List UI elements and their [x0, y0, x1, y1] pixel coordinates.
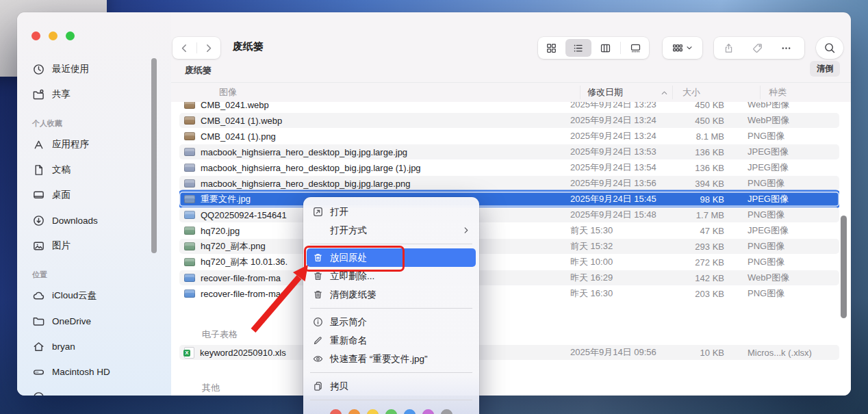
file-name: macbook_highsierra_hero_desktop_big.jpg.… — [201, 147, 407, 157]
tag-color-dot[interactable] — [404, 409, 416, 414]
folder-icon — [32, 315, 45, 328]
trash-section-title: 废纸篓 — [185, 64, 212, 77]
view-switcher — [538, 37, 649, 59]
column-header-date[interactable]: 修改日期 — [587, 86, 623, 99]
column-header-size[interactable]: 大小 — [682, 86, 700, 99]
menu-item-显示简介[interactable]: 显示简介 — [307, 313, 476, 331]
icon-view-button[interactable] — [539, 39, 564, 57]
menu-item-快速查看 “重要文件.jpg”[interactable]: 快速查看 “重要文件.jpg” — [307, 350, 476, 368]
sidebar-item-label: 共享 — [52, 88, 71, 101]
menu-separator — [310, 308, 472, 309]
gallery-view-button[interactable] — [623, 39, 648, 57]
table-row[interactable]: CMB_0241 (1).webp2025年9月24日 13:24450 KBW… — [179, 113, 839, 128]
tag-color-dot[interactable] — [385, 409, 397, 414]
menu-item-打开方式[interactable]: 打开方式 — [307, 221, 476, 240]
column-view-button[interactable] — [593, 39, 618, 57]
sidebar-item-共享[interactable]: 共享 — [25, 84, 160, 105]
table-row[interactable]: macbook_highsierra_hero_desktop_big.jpg.… — [179, 160, 839, 175]
table-row[interactable]: 重要文件.jpg2025年9月24日 15:4598 KBJPEG图像 — [179, 192, 839, 207]
share-button[interactable] — [714, 37, 743, 59]
close-button[interactable] — [31, 31, 40, 40]
tag-color-dot[interactable] — [441, 409, 452, 414]
annotation-red-box — [304, 246, 405, 272]
sidebar-item-bryan[interactable]: bryan — [25, 336, 160, 357]
list-scrollbar[interactable] — [841, 216, 847, 318]
table-row[interactable]: hq720.jpg前天 15:3047 KBJPEG图像 — [179, 223, 839, 238]
sidebar-item-OneDrive[interactable]: OneDrive — [25, 311, 160, 331]
minimize-button[interactable] — [49, 31, 58, 40]
column-view-icon — [600, 42, 611, 54]
annotation-red-arrow — [240, 250, 318, 339]
pictures-icon — [32, 240, 45, 253]
sidebar-scrollbar[interactable] — [151, 58, 157, 253]
sidebar-item-partial[interactable] — [25, 387, 160, 396]
group-header: 电子表格 — [202, 328, 238, 341]
chevron-left-icon — [179, 42, 190, 54]
table-row[interactable]: CMB_0241 (1).png2025年9月24日 13:248.1 MBPN… — [179, 129, 839, 144]
sidebar-item-label: 应用程序 — [52, 138, 89, 151]
file-date: 昨天 16:30 — [570, 287, 613, 300]
tag-color-dot[interactable] — [422, 409, 434, 414]
image-file-icon — [184, 116, 195, 125]
file-list: CMB_0241.webp2025年9月24日 13:23450 KBWebP图… — [179, 102, 839, 396]
sidebar-item-图片[interactable]: 图片 — [25, 235, 160, 256]
back-button[interactable] — [173, 37, 196, 59]
empty-trash-button[interactable]: 清倒 — [810, 61, 840, 77]
sidebar-item-Downloads[interactable]: Downloads — [25, 210, 160, 231]
sidebar-item-iCloud云盘[interactable]: iCloud云盘 — [25, 285, 160, 306]
excel-file-icon — [184, 347, 194, 359]
group-by-button[interactable] — [663, 37, 702, 59]
menu-item-清倒废纸篓[interactable]: 清倒废纸篓 — [307, 285, 476, 304]
menu-item-打开[interactable]: 打开 — [307, 203, 476, 221]
sidebar-item-label: iCloud云盘 — [52, 289, 97, 302]
tag-button[interactable] — [743, 37, 771, 59]
sidebar-item-文稿[interactable]: 文稿 — [25, 159, 160, 180]
file-kind: WebP图像 — [748, 114, 789, 127]
tag-color-dot[interactable] — [348, 409, 360, 414]
file-kind: JPEG图像 — [748, 146, 789, 158]
globe-icon — [32, 391, 45, 396]
table-row[interactable]: QQ20250924-1546412025年9月24日 15:481.7 MBP… — [179, 207, 839, 222]
column-header-name[interactable]: 图像 — [219, 86, 237, 99]
file-size: 450 KB — [617, 116, 724, 126]
menu-item-label: 打开方式 — [330, 224, 367, 237]
tag-color-dot[interactable] — [330, 409, 342, 414]
menu-item-重新命名[interactable]: 重新命名 — [307, 331, 476, 350]
image-file-icon — [184, 102, 195, 109]
file-kind: Micros...k (.xlsx) — [748, 348, 812, 358]
file-name: CMB_0241.webp — [201, 102, 269, 110]
sidebar-section-header: 位置 — [25, 270, 160, 280]
tag-color-row — [303, 404, 479, 414]
sidebar-section-header: 个人收藏 — [25, 118, 160, 129]
sidebar-item-Macintosh HD[interactable]: Macintosh HD — [25, 361, 160, 382]
file-kind: PNG图像 — [748, 177, 784, 190]
search-button[interactable] — [816, 37, 843, 59]
table-row[interactable]: keyword20250910.xls2025年9月14日 09:5610 KB… — [179, 345, 839, 360]
forward-button[interactable] — [196, 37, 220, 59]
table-row[interactable]: CMB_0241.webp2025年9月24日 13:23450 KBWebP图… — [179, 102, 839, 112]
file-size: 10 KB — [617, 348, 724, 358]
sidebar-item-桌面[interactable]: 桌面 — [25, 185, 160, 205]
file-date: 昨天 16:29 — [570, 272, 613, 284]
file-date: 前天 15:30 — [570, 224, 613, 237]
sidebar-item-应用程序[interactable]: 应用程序 — [25, 134, 160, 155]
file-date: 昨天 10:00 — [570, 256, 613, 268]
column-header-kind[interactable]: 种类 — [769, 86, 787, 99]
table-row[interactable]: macbook_highsierra_hero_desktop_big.jpg.… — [179, 176, 839, 191]
sidebar-item-label: bryan — [52, 341, 75, 352]
file-kind: JPEG图像 — [748, 224, 789, 237]
table-row[interactable]: macbook_highsierra_hero_desktop_big.jpg.… — [179, 144, 839, 159]
menu-item-拷贝[interactable]: 拷贝 — [307, 377, 476, 396]
sidebar-item-最近使用[interactable]: 最近使用 — [25, 59, 160, 79]
image-file-icon — [184, 289, 195, 298]
file-size: 136 KB — [617, 147, 724, 157]
zoom-button[interactable] — [66, 31, 75, 40]
more-button[interactable] — [771, 37, 800, 59]
image-file-icon — [184, 242, 195, 250]
tag-color-dot[interactable] — [367, 409, 379, 414]
grid-view-icon — [546, 42, 557, 54]
chevron-down-icon — [685, 44, 693, 52]
file-size: 450 KB — [617, 102, 724, 110]
list-view-button[interactable] — [565, 39, 591, 57]
sort-asc-icon — [660, 88, 669, 97]
